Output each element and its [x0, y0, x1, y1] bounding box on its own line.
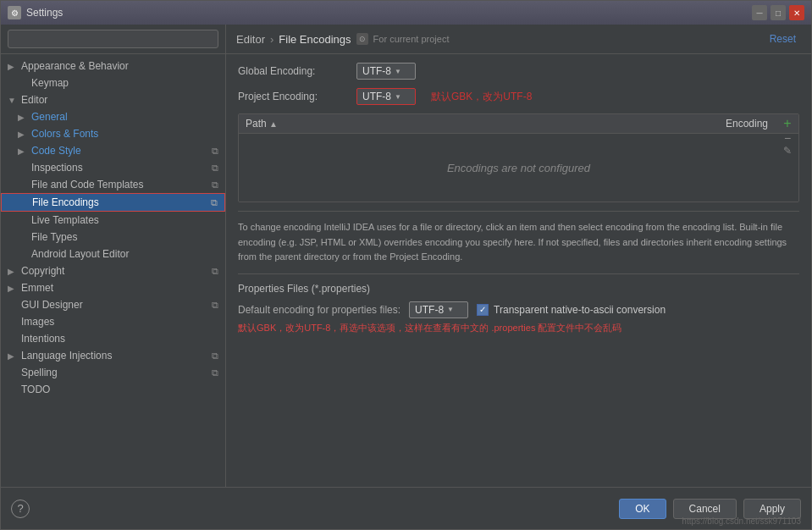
title-bar-left: ⚙ Settings [8, 6, 63, 19]
watermark: https://blog.csdn.net/ssk971103 [682, 516, 801, 526]
properties-label: Default encoding for properties files: [238, 304, 400, 316]
sidebar-item-code-style[interactable]: ▶ Code Style ⧉ [1, 142, 225, 159]
project-encoding-dropdown[interactable]: UTF-8 [356, 88, 416, 105]
properties-section: Properties Files (*.properties) Default … [238, 273, 799, 334]
copy-icon: ⧉ [212, 367, 218, 378]
copy-icon: ⧉ [212, 266, 218, 277]
sidebar-item-emmet[interactable]: ▶ Emmet [1, 279, 225, 296]
project-encoding-label: Project Encoding: [238, 91, 348, 102]
sidebar-item-copyright[interactable]: ▶ Copyright ⧉ [1, 262, 225, 279]
add-encoding-button[interactable]: + [780, 117, 795, 130]
breadcrumb-sub: For current project [373, 34, 450, 44]
properties-encoding-dropdown[interactable]: UTF-8 [409, 301, 468, 318]
project-encoding-annotation: 默认GBK，改为UTF-8 [431, 90, 532, 104]
minimize-button[interactable]: ─ [752, 5, 767, 20]
bottom-bar: ? OK Cancel Apply https://blog.csdn.net/… [1, 487, 811, 529]
settings-icon: ⚙ [8, 6, 21, 19]
copy-icon: ⧉ [212, 179, 218, 190]
breadcrumb-separator: › [270, 33, 273, 46]
sidebar-item-todo[interactable]: TODO [1, 381, 225, 398]
sidebar-item-spelling[interactable]: Spelling ⧉ [1, 364, 225, 381]
sidebar-item-label: Spelling [21, 367, 58, 378]
sidebar-item-label: Language Injections [21, 350, 112, 362]
sidebar-item-label: Emmet [21, 282, 218, 294]
panel-header: Editor › File Encodings ⊙ For current pr… [226, 25, 811, 54]
table-col-path: Path ▲ [246, 118, 666, 130]
properties-row: Default encoding for properties files: U… [238, 301, 799, 318]
sidebar-item-android-layout[interactable]: Android Layout Editor [1, 246, 225, 262]
global-encoding-value: UTF-8 [362, 65, 391, 77]
sidebar-item-inspections[interactable]: Inspections ⧉ [1, 159, 225, 176]
main-content: ▶ Appearance & Behavior Keymap ▼ Editor … [1, 25, 811, 487]
table-body: Encodings are not configured [239, 134, 798, 202]
copy-icon: ⧉ [211, 197, 218, 208]
sidebar-item-file-types[interactable]: File Types [1, 229, 225, 246]
sidebar-item-label: Keymap [31, 77, 218, 89]
breadcrumb: Editor › File Encodings ⊙ For current pr… [236, 33, 449, 46]
sidebar-item-label: Inspections [31, 162, 83, 174]
checkbox-label: Transparent native-to-ascii conversion [494, 304, 666, 316]
title-bar-controls: ─ □ ✕ [752, 5, 804, 20]
copy-icon: ⧉ [212, 163, 218, 174]
properties-title: Properties Files (*.properties) [238, 283, 799, 295]
apply-button[interactable]: Apply [743, 499, 801, 519]
copy-icon: ⧉ [212, 351, 218, 362]
sidebar: ▶ Appearance & Behavior Keymap ▼ Editor … [1, 25, 226, 487]
sidebar-item-general[interactable]: ▶ General [1, 108, 225, 125]
search-input[interactable] [8, 30, 218, 48]
copy-icon: ⧉ [212, 300, 218, 311]
sidebar-item-label: Android Layout Editor [31, 248, 218, 260]
info-text-content: To change encoding IntelliJ IDEA uses fo… [238, 222, 787, 262]
breadcrumb-editor: Editor [236, 33, 265, 46]
checkbox-icon: ✓ [477, 304, 489, 316]
sidebar-item-editor[interactable]: ▼ Editor [1, 91, 225, 108]
sidebar-item-appearance[interactable]: ▶ Appearance & Behavior [1, 58, 225, 75]
edit-encoding-button[interactable]: ✎ [780, 146, 795, 156]
arrow-icon: ▶ [18, 113, 28, 122]
arrow-icon: ▼ [8, 96, 18, 105]
help-button[interactable]: ? [11, 500, 30, 518]
arrow-icon: ▶ [8, 62, 18, 71]
copy-icon: ⧉ [212, 146, 218, 157]
scope-icon: ⊙ [356, 33, 368, 45]
cancel-button[interactable]: Cancel [673, 499, 737, 519]
table-empty-text: Encodings are not configured [447, 162, 590, 174]
sidebar-item-colors-fonts[interactable]: ▶ Colors & Fonts [1, 125, 225, 142]
sidebar-item-label: Images [21, 316, 218, 328]
sidebar-item-label: General [31, 111, 218, 123]
sidebar-item-label: Colors & Fonts [31, 128, 218, 140]
sidebar-item-language-injections[interactable]: ▶ Language Injections ⧉ [1, 347, 225, 364]
transparent-checkbox[interactable]: ✓ Transparent native-to-ascii conversion [477, 304, 666, 316]
ok-button[interactable]: OK [619, 499, 666, 519]
maximize-button[interactable]: □ [771, 5, 786, 20]
properties-encoding-value: UTF-8 [415, 304, 444, 316]
global-encoding-dropdown[interactable]: UTF-8 [356, 63, 416, 80]
sidebar-item-file-encodings[interactable]: File Encodings ⧉ [1, 193, 225, 212]
sidebar-item-gui-designer[interactable]: GUI Designer ⧉ [1, 296, 225, 313]
sidebar-item-file-code-templates[interactable]: File and Code Templates ⧉ [1, 176, 225, 193]
sidebar-item-label: File and Code Templates [31, 179, 144, 190]
sidebar-item-images[interactable]: Images [1, 313, 225, 330]
sidebar-item-intentions[interactable]: Intentions [1, 330, 225, 347]
reset-button[interactable]: Reset [765, 31, 801, 47]
project-encoding-row: Project Encoding: UTF-8 默认GBK，改为UTF-8 [238, 88, 799, 105]
sidebar-item-label: Copyright [21, 265, 64, 277]
bottom-buttons: OK Cancel Apply [619, 499, 801, 519]
sidebar-item-label: File Encodings [32, 196, 99, 208]
path-label: Path [246, 118, 267, 130]
sidebar-item-label: Live Templates [31, 214, 218, 226]
sidebar-item-keymap[interactable]: Keymap [1, 75, 225, 91]
close-button[interactable]: ✕ [789, 5, 804, 20]
arrow-icon: ▶ [8, 284, 18, 293]
panel-body: Global Encoding: UTF-8 Project Encoding:… [226, 54, 811, 487]
arrow-icon: ▶ [8, 351, 18, 361]
sidebar-item-live-templates[interactable]: Live Templates [1, 212, 225, 229]
sidebar-item-label: Appearance & Behavior [21, 60, 218, 72]
sidebar-item-label: Intentions [21, 333, 218, 345]
global-encoding-label: Global Encoding: [238, 65, 348, 77]
annotation-below: 默认GBK，改为UTF-8，再选中该选项，这样在查看有中文的 .properti… [238, 322, 799, 334]
sidebar-item-label: TODO [21, 384, 218, 395]
breadcrumb-current: File Encodings [279, 33, 351, 46]
arrow-icon: ▶ [18, 146, 28, 156]
remove-encoding-button[interactable]: − [780, 132, 795, 144]
